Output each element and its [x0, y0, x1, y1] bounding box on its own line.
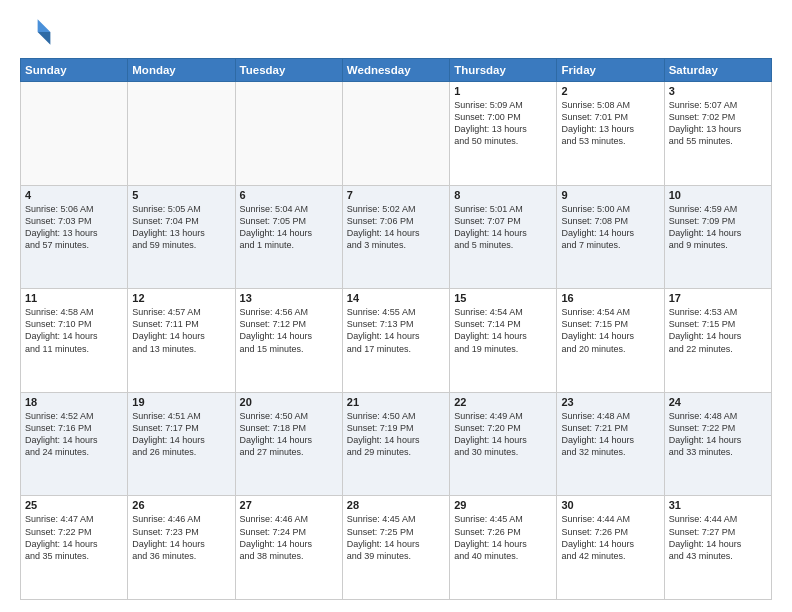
- day-number: 22: [454, 396, 552, 408]
- calendar-cell: 3Sunrise: 5:07 AM Sunset: 7:02 PM Daylig…: [664, 82, 771, 186]
- day-content: Sunrise: 4:45 AM Sunset: 7:26 PM Dayligh…: [454, 513, 552, 562]
- calendar-cell: 15Sunrise: 4:54 AM Sunset: 7:14 PM Dayli…: [450, 289, 557, 393]
- calendar-cell: 4Sunrise: 5:06 AM Sunset: 7:03 PM Daylig…: [21, 185, 128, 289]
- day-number: 21: [347, 396, 445, 408]
- day-content: Sunrise: 4:49 AM Sunset: 7:20 PM Dayligh…: [454, 410, 552, 459]
- day-number: 5: [132, 189, 230, 201]
- day-content: Sunrise: 5:05 AM Sunset: 7:04 PM Dayligh…: [132, 203, 230, 252]
- day-content: Sunrise: 4:53 AM Sunset: 7:15 PM Dayligh…: [669, 306, 767, 355]
- day-number: 14: [347, 292, 445, 304]
- calendar-cell: 26Sunrise: 4:46 AM Sunset: 7:23 PM Dayli…: [128, 496, 235, 600]
- day-content: Sunrise: 4:55 AM Sunset: 7:13 PM Dayligh…: [347, 306, 445, 355]
- day-number: 16: [561, 292, 659, 304]
- header: [20, 16, 772, 48]
- day-number: 23: [561, 396, 659, 408]
- calendar-cell: 1Sunrise: 5:09 AM Sunset: 7:00 PM Daylig…: [450, 82, 557, 186]
- calendar-cell: [342, 82, 449, 186]
- day-number: 9: [561, 189, 659, 201]
- calendar-cell: 30Sunrise: 4:44 AM Sunset: 7:26 PM Dayli…: [557, 496, 664, 600]
- day-content: Sunrise: 5:00 AM Sunset: 7:08 PM Dayligh…: [561, 203, 659, 252]
- calendar-cell: 8Sunrise: 5:01 AM Sunset: 7:07 PM Daylig…: [450, 185, 557, 289]
- day-content: Sunrise: 5:01 AM Sunset: 7:07 PM Dayligh…: [454, 203, 552, 252]
- calendar-cell: 16Sunrise: 4:54 AM Sunset: 7:15 PM Dayli…: [557, 289, 664, 393]
- calendar-cell: 27Sunrise: 4:46 AM Sunset: 7:24 PM Dayli…: [235, 496, 342, 600]
- day-number: 27: [240, 499, 338, 511]
- calendar-cell: [128, 82, 235, 186]
- logo-icon: [20, 16, 52, 48]
- calendar-cell: 24Sunrise: 4:48 AM Sunset: 7:22 PM Dayli…: [664, 392, 771, 496]
- day-number: 24: [669, 396, 767, 408]
- calendar-cell: 2Sunrise: 5:08 AM Sunset: 7:01 PM Daylig…: [557, 82, 664, 186]
- logo: [20, 16, 58, 48]
- day-number: 29: [454, 499, 552, 511]
- calendar-cell: 6Sunrise: 5:04 AM Sunset: 7:05 PM Daylig…: [235, 185, 342, 289]
- week-row-5: 25Sunrise: 4:47 AM Sunset: 7:22 PM Dayli…: [21, 496, 772, 600]
- week-row-2: 4Sunrise: 5:06 AM Sunset: 7:03 PM Daylig…: [21, 185, 772, 289]
- day-number: 11: [25, 292, 123, 304]
- calendar-cell: 18Sunrise: 4:52 AM Sunset: 7:16 PM Dayli…: [21, 392, 128, 496]
- day-content: Sunrise: 4:47 AM Sunset: 7:22 PM Dayligh…: [25, 513, 123, 562]
- day-content: Sunrise: 4:50 AM Sunset: 7:18 PM Dayligh…: [240, 410, 338, 459]
- calendar-cell: 19Sunrise: 4:51 AM Sunset: 7:17 PM Dayli…: [128, 392, 235, 496]
- day-number: 3: [669, 85, 767, 97]
- calendar-cell: [235, 82, 342, 186]
- calendar-cell: 21Sunrise: 4:50 AM Sunset: 7:19 PM Dayli…: [342, 392, 449, 496]
- weekday-header-sunday: Sunday: [21, 59, 128, 82]
- calendar-cell: 31Sunrise: 4:44 AM Sunset: 7:27 PM Dayli…: [664, 496, 771, 600]
- day-number: 20: [240, 396, 338, 408]
- day-content: Sunrise: 5:07 AM Sunset: 7:02 PM Dayligh…: [669, 99, 767, 148]
- weekday-header-friday: Friday: [557, 59, 664, 82]
- calendar-cell: 14Sunrise: 4:55 AM Sunset: 7:13 PM Dayli…: [342, 289, 449, 393]
- week-row-4: 18Sunrise: 4:52 AM Sunset: 7:16 PM Dayli…: [21, 392, 772, 496]
- day-content: Sunrise: 5:06 AM Sunset: 7:03 PM Dayligh…: [25, 203, 123, 252]
- day-content: Sunrise: 4:46 AM Sunset: 7:24 PM Dayligh…: [240, 513, 338, 562]
- page: SundayMondayTuesdayWednesdayThursdayFrid…: [0, 0, 792, 612]
- calendar-cell: 29Sunrise: 4:45 AM Sunset: 7:26 PM Dayli…: [450, 496, 557, 600]
- day-content: Sunrise: 4:46 AM Sunset: 7:23 PM Dayligh…: [132, 513, 230, 562]
- day-content: Sunrise: 4:59 AM Sunset: 7:09 PM Dayligh…: [669, 203, 767, 252]
- svg-marker-1: [38, 32, 51, 45]
- day-number: 28: [347, 499, 445, 511]
- calendar-cell: 17Sunrise: 4:53 AM Sunset: 7:15 PM Dayli…: [664, 289, 771, 393]
- day-number: 8: [454, 189, 552, 201]
- day-content: Sunrise: 5:04 AM Sunset: 7:05 PM Dayligh…: [240, 203, 338, 252]
- day-number: 31: [669, 499, 767, 511]
- calendar-cell: 20Sunrise: 4:50 AM Sunset: 7:18 PM Dayli…: [235, 392, 342, 496]
- day-content: Sunrise: 4:52 AM Sunset: 7:16 PM Dayligh…: [25, 410, 123, 459]
- day-content: Sunrise: 4:58 AM Sunset: 7:10 PM Dayligh…: [25, 306, 123, 355]
- weekday-header-row: SundayMondayTuesdayWednesdayThursdayFrid…: [21, 59, 772, 82]
- day-content: Sunrise: 4:54 AM Sunset: 7:15 PM Dayligh…: [561, 306, 659, 355]
- day-number: 17: [669, 292, 767, 304]
- day-content: Sunrise: 4:56 AM Sunset: 7:12 PM Dayligh…: [240, 306, 338, 355]
- day-content: Sunrise: 4:44 AM Sunset: 7:27 PM Dayligh…: [669, 513, 767, 562]
- day-number: 30: [561, 499, 659, 511]
- day-content: Sunrise: 4:57 AM Sunset: 7:11 PM Dayligh…: [132, 306, 230, 355]
- day-number: 18: [25, 396, 123, 408]
- day-content: Sunrise: 5:02 AM Sunset: 7:06 PM Dayligh…: [347, 203, 445, 252]
- day-number: 13: [240, 292, 338, 304]
- day-number: 15: [454, 292, 552, 304]
- day-content: Sunrise: 4:48 AM Sunset: 7:21 PM Dayligh…: [561, 410, 659, 459]
- day-number: 12: [132, 292, 230, 304]
- calendar-cell: 10Sunrise: 4:59 AM Sunset: 7:09 PM Dayli…: [664, 185, 771, 289]
- calendar-cell: 7Sunrise: 5:02 AM Sunset: 7:06 PM Daylig…: [342, 185, 449, 289]
- weekday-header-monday: Monday: [128, 59, 235, 82]
- day-number: 1: [454, 85, 552, 97]
- weekday-header-thursday: Thursday: [450, 59, 557, 82]
- weekday-header-wednesday: Wednesday: [342, 59, 449, 82]
- day-content: Sunrise: 4:44 AM Sunset: 7:26 PM Dayligh…: [561, 513, 659, 562]
- day-content: Sunrise: 4:48 AM Sunset: 7:22 PM Dayligh…: [669, 410, 767, 459]
- day-content: Sunrise: 4:50 AM Sunset: 7:19 PM Dayligh…: [347, 410, 445, 459]
- day-content: Sunrise: 5:08 AM Sunset: 7:01 PM Dayligh…: [561, 99, 659, 148]
- calendar-cell: 12Sunrise: 4:57 AM Sunset: 7:11 PM Dayli…: [128, 289, 235, 393]
- calendar-table: SundayMondayTuesdayWednesdayThursdayFrid…: [20, 58, 772, 600]
- day-content: Sunrise: 5:09 AM Sunset: 7:00 PM Dayligh…: [454, 99, 552, 148]
- svg-marker-0: [38, 19, 51, 32]
- day-number: 6: [240, 189, 338, 201]
- calendar-cell: [21, 82, 128, 186]
- calendar-cell: 9Sunrise: 5:00 AM Sunset: 7:08 PM Daylig…: [557, 185, 664, 289]
- day-number: 25: [25, 499, 123, 511]
- weekday-header-saturday: Saturday: [664, 59, 771, 82]
- calendar-cell: 11Sunrise: 4:58 AM Sunset: 7:10 PM Dayli…: [21, 289, 128, 393]
- calendar-cell: 22Sunrise: 4:49 AM Sunset: 7:20 PM Dayli…: [450, 392, 557, 496]
